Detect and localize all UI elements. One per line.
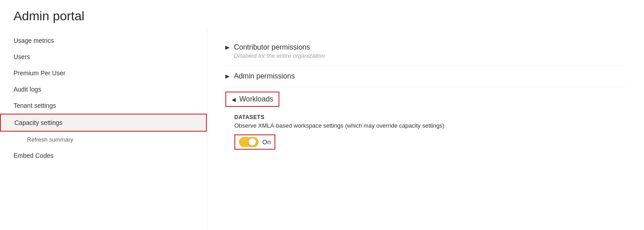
contributor-permissions-title: Contributor permissions — [234, 43, 325, 51]
contributor-permissions-content: Contributor permissions Disabled for the… — [234, 43, 325, 59]
content-area: ▶ Contributor permissions Disabled for t… — [207, 28, 644, 230]
expand-icon-workloads: ◀ — [232, 97, 236, 103]
main-layout: Usage metrics Users Premium Per User Aud… — [0, 28, 644, 230]
sidebar-item-label: Users — [14, 53, 30, 60]
page-title: Admin portal — [0, 0, 644, 28]
toggle-thumb — [249, 138, 256, 146]
sidebar-item-label: Capacity settings — [14, 119, 63, 126]
sidebar: Usage metrics Users Premium Per User Aud… — [0, 28, 207, 230]
toggle-container: On — [234, 134, 275, 150]
sidebar-item-label: Embed Codes — [14, 152, 54, 159]
sidebar-item-tenant-settings[interactable]: Tenant settings — [0, 97, 207, 114]
contributor-permissions-subtitle: Disabled for the entire organization — [234, 52, 325, 59]
expand-icon-contributor[interactable]: ▶ — [225, 44, 229, 51]
workloads-title: Workloads — [239, 95, 273, 103]
sidebar-item-label: Premium Per User — [14, 69, 65, 77]
admin-permissions-section: ▶ Admin permissions — [225, 66, 626, 87]
page-container: Admin portal Usage metrics Users Premium… — [0, 0, 644, 230]
sidebar-item-label: Usage metrics — [14, 37, 54, 44]
contributor-permissions-section: ▶ Contributor permissions Disabled for t… — [225, 37, 626, 66]
toggle-label: On — [262, 138, 271, 146]
sidebar-item-label: Audit logs — [14, 86, 41, 93]
sidebar-item-usage-metrics[interactable]: Usage metrics — [0, 32, 207, 49]
sidebar-item-embed-codes[interactable]: Embed Codes — [0, 147, 207, 164]
workloads-header[interactable]: ◀ Workloads — [225, 92, 279, 107]
sidebar-item-label: Refresh summary — [27, 136, 73, 143]
sidebar-item-refresh-summary[interactable]: Refresh summary — [0, 132, 207, 147]
datasets-description: Observe XMLA-based workspace settings (w… — [234, 122, 626, 129]
sidebar-item-capacity-settings[interactable]: Capacity settings — [0, 114, 207, 132]
datasets-toggle[interactable] — [239, 137, 259, 147]
expand-icon-admin[interactable]: ▶ — [225, 73, 229, 79]
datasets-label: DATASETS — [234, 114, 626, 120]
sidebar-item-label: Tenant settings — [14, 102, 56, 109]
datasets-block: DATASETS Observe XMLA-based workspace se… — [234, 114, 626, 150]
toggle-row: On — [234, 134, 626, 150]
admin-permissions-content: Admin permissions — [234, 72, 295, 80]
sidebar-item-users[interactable]: Users — [0, 49, 207, 65]
sidebar-item-premium-per-user[interactable]: Premium Per User — [0, 65, 207, 81]
admin-permissions-title: Admin permissions — [234, 72, 295, 80]
workloads-section: ◀ Workloads DATASETS Observe XMLA-based … — [225, 92, 626, 150]
sidebar-item-audit-logs[interactable]: Audit logs — [0, 81, 207, 97]
